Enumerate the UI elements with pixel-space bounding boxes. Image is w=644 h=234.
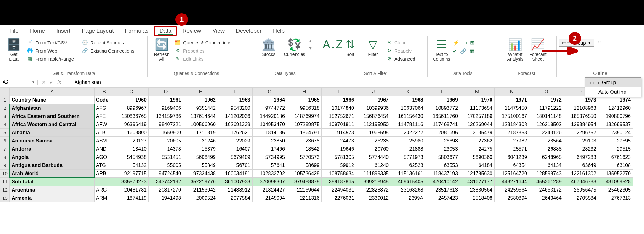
cell[interactable]: 96396419 [114, 120, 149, 129]
cell[interactable]: 104953470 [253, 120, 287, 129]
cell[interactable]: 420410142 [425, 178, 460, 186]
cell[interactable]: 94724540 [149, 170, 183, 178]
cell[interactable]: 11173654 [460, 104, 495, 112]
cell[interactable]: 1962 [183, 96, 218, 104]
cell[interactable]: 5890360 [460, 153, 495, 161]
column-header[interactable]: E [183, 88, 218, 96]
cell[interactable]: Code [95, 96, 114, 104]
column-header[interactable]: G [253, 88, 287, 96]
column-header[interactable]: I [322, 88, 356, 96]
cell[interactable]: 2135479 [460, 129, 495, 137]
menu-item-auto-outline[interactable]: Auto Outline [585, 87, 641, 97]
cell-country-name[interactable]: American Samoa [10, 137, 95, 145]
cell[interactable]: 105736428 [287, 170, 322, 178]
cell[interactable]: 20605 [149, 137, 183, 145]
cell[interactable]: 26698 [425, 137, 460, 145]
tab-home[interactable]: Home [24, 26, 51, 36]
cell-code[interactable]: AFG [95, 104, 114, 112]
cell[interactable]: 61240 [356, 161, 391, 170]
cell[interactable]: 6248965 [529, 153, 564, 161]
cell[interactable]: 2457423 [425, 194, 460, 202]
name-box[interactable]: A2▼ [0, 80, 38, 85]
cell[interactable]: 467946788 [564, 178, 598, 186]
cell[interactable]: 343742192 [149, 178, 183, 186]
cell[interactable]: 9956318 [287, 104, 322, 112]
cell[interactable]: 22494031 [322, 186, 356, 194]
cell[interactable]: 5803677 [425, 153, 460, 161]
data-model-icon[interactable]: ▦ [469, 48, 474, 54]
cell[interactable]: 5679409 [218, 153, 253, 161]
cell[interactable]: 1762621 [218, 129, 253, 137]
cell[interactable]: 389187865 [322, 178, 356, 186]
cell[interactable]: 25980 [391, 137, 425, 145]
cell[interactable]: 175100167 [495, 112, 529, 120]
cell[interactable]: 20481781 [114, 186, 149, 194]
filter-button[interactable]: ▽Filter [362, 38, 384, 58]
existing-connections-button[interactable]: 🔗Existing Connections [80, 47, 136, 54]
text-to-columns-button[interactable]: ☰Text to Columns [430, 38, 453, 62]
cell[interactable]: 161156430 [391, 112, 425, 120]
cell[interactable]: 25462305 [598, 186, 633, 194]
cell[interactable]: 190800796 [598, 112, 633, 120]
cell[interactable]: 352219776 [183, 178, 218, 186]
cell[interactable]: 132699537 [598, 120, 633, 129]
cell[interactable]: 9543200 [218, 104, 253, 112]
cell-code[interactable]: ARB [95, 170, 114, 178]
column-header[interactable]: K [391, 88, 425, 96]
cell[interactable]: 130836765 [114, 112, 149, 120]
cell[interactable]: 1963 [218, 96, 253, 104]
cell-country-name[interactable]: Antigua and Barbuda [10, 161, 95, 170]
cell[interactable]: 170257189 [460, 112, 495, 120]
cell[interactable]: 62523 [391, 161, 425, 170]
column-header[interactable]: L [425, 88, 460, 96]
column-header[interactable] [0, 88, 10, 96]
cell-code[interactable]: AGO [95, 153, 114, 161]
cell-code[interactable] [95, 178, 114, 186]
from-text-csv-button[interactable]: 📄From Text/CSV [25, 39, 75, 46]
cell[interactable]: 2399A [391, 194, 425, 202]
cell[interactable]: 14378 [149, 145, 183, 153]
sort-az-button[interactable]: A↓Z [326, 38, 339, 53]
cell[interactable]: 2767313 [598, 194, 633, 202]
cell[interactable]: 21153042 [183, 186, 218, 194]
scroll-down-icon[interactable]: ▾ [309, 45, 312, 51]
column-header[interactable]: A [10, 88, 95, 96]
row-header[interactable]: 3 [0, 112, 10, 120]
cell[interactable]: 6497283 [564, 153, 598, 161]
cell[interactable]: 23517613 [425, 186, 460, 194]
tab-developer[interactable]: Developer [230, 26, 267, 36]
cell[interactable]: 2187853 [495, 129, 529, 137]
cell[interactable]: 370098307 [253, 178, 287, 186]
cell[interactable]: 17466 [253, 145, 287, 153]
cell[interactable]: 5531451 [149, 153, 183, 161]
cell[interactable]: 10893772 [425, 104, 460, 112]
cell[interactable]: 12108963 [564, 104, 598, 112]
cell[interactable]: 1967 [356, 96, 391, 104]
cell[interactable]: 100506960 [183, 120, 218, 129]
cell[interactable]: 9351442 [183, 104, 218, 112]
cell[interactable]: 1659800 [149, 129, 183, 137]
cell[interactable]: 98407221 [149, 120, 183, 129]
cell[interactable]: 109701811 [322, 120, 356, 129]
tab-formulas[interactable]: Formulas [119, 26, 154, 36]
cell-code[interactable]: AFW [95, 120, 114, 129]
cell[interactable]: 25056475 [564, 186, 598, 194]
row-header[interactable]: 12 [0, 186, 10, 194]
cell[interactable]: 1608800 [114, 129, 149, 137]
cell[interactable]: 9744772 [253, 104, 287, 112]
cell[interactable]: 431627177 [460, 178, 495, 186]
cell[interactable]: 100034191 [218, 170, 253, 178]
row-header[interactable]: 4 [0, 120, 10, 129]
cell[interactable]: 1964 [253, 96, 287, 104]
fx-icon[interactable]: fx [57, 80, 61, 85]
cell[interactable]: 128598743 [529, 170, 564, 178]
cell[interactable]: 126218502 [529, 120, 564, 129]
row-header[interactable]: 11 [0, 178, 10, 186]
cell[interactable]: 10399936 [356, 104, 391, 112]
cell[interactable]: 20760 [356, 145, 391, 153]
cell[interactable]: 1814135 [253, 129, 287, 137]
cell[interactable]: 107289875 [287, 120, 322, 129]
cell[interactable]: 57641 [253, 161, 287, 170]
cell[interactable]: 2276031 [322, 194, 356, 202]
cell[interactable]: 399218948 [356, 178, 391, 186]
